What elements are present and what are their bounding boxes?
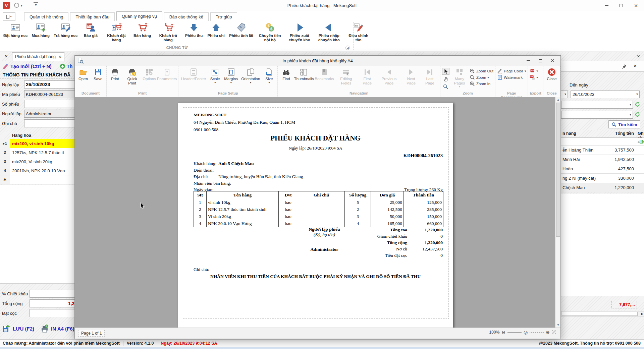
close-button[interactable]: ✕ — [629, 0, 643, 11]
close-icon: ✕ — [634, 3, 638, 8]
ribbon-button-mua-hang[interactable]: Mua hàng — [30, 21, 51, 46]
ribbon-button-phieu-chi[interactable]: Phiếu chi — [206, 21, 226, 46]
ribbon-button-chuyen-tien-noi-bo[interactable]: €$Chuyển tiền nội bộ — [256, 21, 284, 46]
result-row[interactable]: ng 2 Ni (máy cắt)330,000 — [561, 174, 644, 183]
scroll-right-icon[interactable]: ▶ — [641, 312, 643, 315]
maximize-button[interactable] — [614, 0, 629, 11]
field-label: Người lập — [2, 111, 24, 116]
toolbar-quick-print[interactable]: Quick Print — [123, 67, 141, 85]
result-row[interactable]: Hoàn427,500 — [561, 164, 644, 174]
dialog-maximize-button[interactable] — [534, 56, 546, 65]
close-panel-icon[interactable]: ✕ — [633, 63, 637, 68]
filter-combo-1[interactable]: ▾ — [561, 101, 633, 109]
toolbar-zoom[interactable]: Zoom▾ — [470, 75, 493, 80]
toolbar-print[interactable]: Print — [108, 67, 122, 81]
toolbar-zoom-out[interactable]: Zoom Out — [470, 68, 493, 74]
result-row[interactable]: Chệch Mau1,220,000 — [561, 183, 644, 192]
to-date-combo[interactable]: 26/10/2023 ▾ — [571, 91, 640, 98]
zoom-track[interactable] — [530, 332, 544, 333]
toolbar-size[interactable]: Size▾ — [262, 67, 276, 84]
toolbar-pdf-doc[interactable]: PDF▾ — [530, 68, 538, 74]
tab-bao-cao-thong-ke[interactable]: Báo cáo thống kê — [164, 12, 209, 21]
filter-combo-2[interactable]: ▾ — [561, 111, 633, 119]
tab-quan-tri-he-thong[interactable]: Quản trị hệ thống — [24, 12, 68, 21]
print-a4-button[interactable]: ? IN A4 (F6) — [40, 324, 74, 333]
add-button[interactable]: Th — [60, 63, 73, 69]
save-button[interactable]: LƯU (F2) — [2, 324, 34, 333]
toolbar-zoom-in[interactable]: Zoom In — [470, 81, 493, 86]
ribbon-button-bao-gia[interactable]: Báo giá — [80, 21, 101, 46]
refresh-icon[interactable] — [635, 102, 640, 107]
zoom-list: Zoom OutZoom▾Zoom In — [470, 68, 493, 86]
tab-thiet-lap-ban-dau[interactable]: Thiết lập ban đầu — [70, 12, 114, 21]
horizontal-scrollbar[interactable]: ▶ — [561, 311, 644, 316]
ribbon-button-label: Khách trả hàng — [155, 34, 181, 42]
row-number: 4 — [0, 166, 10, 175]
dialog-title: In phiếu khách đặt hàng khổ giấy A4 — [75, 56, 560, 66]
refresh-icon[interactable] — [635, 112, 640, 117]
tab-phieu-khach-dat-hang[interactable]: Phiếu khách đặt hàng ✕ — [12, 52, 64, 61]
ribbon-button-phieu-thu[interactable]: Phiếu thu — [183, 21, 204, 46]
tab-quan-ly-nghiep-vu[interactable]: Quản lý nghiệp vụ — [116, 11, 162, 21]
resize-grip-icon[interactable] — [552, 330, 556, 334]
ribbon-button-dieu-chinh-ton[interactable]: abĐiều chỉnh tồn — [344, 21, 373, 46]
zoom-slider-thumb[interactable]: ◎ — [524, 330, 528, 335]
dialog-close-button[interactable]: ✕ — [546, 56, 558, 65]
filter-row[interactable]: = aBc — [561, 138, 644, 146]
toolbar-save[interactable]: Save — [91, 67, 105, 81]
result-row[interactable]: ễn Hoàng Thiện3,757,500 — [561, 146, 644, 155]
tool-zoom-glass[interactable] — [442, 83, 449, 90]
ribbon-button-tra-hang-ncc[interactable]: Trả hàng ncc — [52, 21, 79, 46]
ribbon-button-khach-tra-hang[interactable]: Khách trả hàng — [154, 21, 182, 46]
toolbar-find[interactable]: Find — [279, 67, 293, 81]
tool-hand[interactable] — [442, 75, 449, 82]
toolbar-open[interactable]: Open — [76, 67, 90, 81]
toolbar-close[interactable]: Close — [545, 67, 558, 81]
close-icon: ✕ — [550, 58, 554, 63]
close-tab-icon[interactable]: ✕ — [3, 54, 9, 59]
result-row[interactable]: Minh Hải1,942,500 — [561, 155, 644, 164]
ribbon-button-ban-hang[interactable]: Bán hàng — [132, 21, 153, 46]
scrollbar-thumb[interactable] — [556, 103, 560, 237]
ribbon-button-phieu-xuat-chuyen-kho[interactable]: Phiếu xuất chuyển kho — [285, 21, 314, 46]
doc-col-thanh-tien: Thành tiền — [404, 191, 443, 199]
create-new-button[interactable]: Tạo mới (Ctrl + N) — [3, 63, 52, 69]
toolbar-group-label: Zoom — [442, 91, 493, 97]
row-number: 3 — [0, 157, 10, 166]
toolbar-margins[interactable]: Margins▾ — [223, 67, 239, 84]
ribbon-button-phieu-nhap-chuyen-kho[interactable]: Phiếu nhập chuyển kho — [315, 21, 343, 46]
filter-equals[interactable]: = — [612, 138, 636, 145]
zoom-track[interactable] — [507, 332, 522, 333]
vertical-scrollbar[interactable]: ▲ ▼ — [555, 97, 560, 328]
toolbar-label: Watermark — [504, 75, 523, 79]
toolbar-pdf-email[interactable]: PDF▾ — [530, 75, 538, 80]
ribbon-button-dat-hang-ncc[interactable]: Đặt hàng ncc — [2, 21, 29, 46]
ribbon-button-label: Bán hàng — [133, 34, 151, 38]
minimize-button[interactable] — [599, 0, 614, 11]
zoom-out-icon[interactable]: ⊖ — [501, 330, 505, 335]
tool-pointer[interactable] — [442, 68, 449, 75]
toolbar-thumbnails[interactable]: Thumbnails — [294, 67, 314, 81]
filter-name[interactable] — [561, 138, 612, 145]
toolbar-watermark[interactable]: Watermark — [497, 75, 526, 80]
person-card-plus-icon — [35, 22, 46, 33]
pin-icon[interactable] — [622, 64, 627, 69]
filter-abc[interactable]: aBc — [636, 138, 644, 145]
tab-tro-giup[interactable]: Trợ giúp — [210, 12, 237, 21]
dialog-minimize-button[interactable] — [522, 56, 534, 65]
search-button[interactable]: Tìm kiếm — [608, 120, 640, 128]
scroll-down-icon[interactable]: ▼ — [555, 324, 560, 327]
ribbon-button-phieu-tinh-lai[interactable]: $Phiếu tính lãi — [228, 21, 255, 46]
scroll-up-icon[interactable]: ▲ — [555, 98, 560, 101]
doc-cell: bao — [278, 213, 298, 220]
group-launcher-icon[interactable]: ◢ — [345, 46, 350, 50]
ribbon-button-khach-dat-hang[interactable]: Khách đặt hàng — [102, 21, 130, 46]
toolbar-orientation[interactable]: Orientation▾ — [240, 67, 261, 84]
close-tab-icon[interactable]: ✕ — [58, 53, 61, 61]
file-menu-button[interactable]: ▾ — [3, 12, 15, 21]
scrollbar-thumb[interactable] — [562, 312, 638, 316]
close-panel-icon[interactable]: ✕ — [636, 54, 641, 59]
toolbar-scale[interactable]: Scale▾ — [208, 67, 222, 84]
toolbar-page-color[interactable]: Page Color▾ — [497, 68, 526, 74]
zoom-in-icon[interactable]: ⊕ — [546, 330, 550, 335]
